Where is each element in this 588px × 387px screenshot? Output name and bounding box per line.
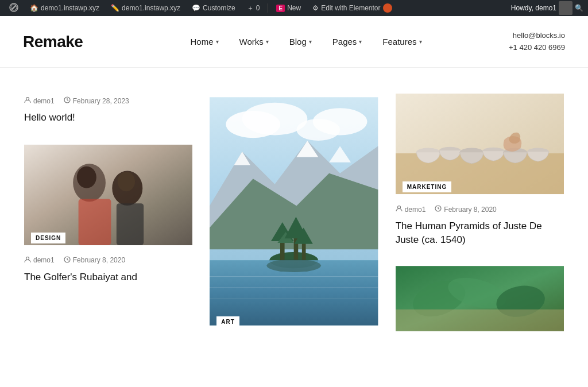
nav-item-blog[interactable]: Blog ▾	[281, 32, 320, 51]
admin-bar-seo[interactable]: ⚙ Edit with Elementor	[308, 0, 396, 16]
blog-card-4: MARKETING demo1 February 8, 2020	[396, 91, 564, 247]
chevron-down-icon: ▾	[359, 38, 362, 45]
user-icon-4	[396, 205, 403, 214]
svg-rect-8	[117, 203, 144, 245]
blog-column-1: demo1 February 28, 2023 Hello world!	[24, 91, 192, 335]
seo-icon: ⚙	[312, 4, 319, 12]
chevron-down-icon: ▾	[216, 38, 219, 45]
seo-badge	[383, 3, 392, 13]
admin-bar-new[interactable]: ＋ 0	[242, 0, 265, 16]
blog-card-2: DESIGN demo1 February 8, 2020	[24, 142, 192, 284]
search-icon[interactable]: 🔍	[575, 4, 583, 12]
avatar-placeholder	[559, 1, 572, 15]
blog-author-4: demo1	[396, 205, 426, 214]
blog-title-2[interactable]: The Golfer's Rubaiyat and	[24, 270, 192, 284]
green-image-svg	[396, 264, 564, 333]
site-logo[interactable]: Remake	[23, 33, 103, 51]
home-icon: 🏠	[30, 4, 38, 12]
blog-date-2: February 8, 2020	[64, 256, 125, 265]
elementor-icon: E	[276, 5, 285, 12]
clock-icon	[64, 96, 71, 105]
svg-point-44	[397, 206, 400, 209]
contact-info: hello@blocks.io +1 420 420 6969	[509, 30, 565, 54]
svg-point-17	[313, 108, 368, 135]
admin-bar-wp-logo[interactable]	[5, 0, 23, 16]
main-nav: Home ▾ Works ▾ Blog ▾ Pages ▾ Features ▾	[103, 32, 509, 51]
tag-marketing: MARKETING	[403, 181, 452, 192]
new-label: 0	[256, 4, 260, 12]
admin-bar-elementor[interactable]: E New	[272, 0, 305, 16]
svg-point-1	[26, 98, 29, 100]
blog-image-4[interactable]: MARKETING	[396, 91, 564, 199]
elementor-label: New	[287, 4, 301, 12]
blog-column-3: MARKETING demo1 February 8, 2020	[396, 91, 564, 335]
blog-meta-1: demo1 February 28, 2023	[24, 96, 192, 105]
blog-date-4: February 8, 2020	[435, 205, 496, 214]
clock-icon-4	[435, 205, 442, 214]
svg-rect-50	[396, 309, 564, 331]
nav-features-label: Features	[382, 37, 416, 47]
blog-title-4[interactable]: The Human Pyramids of Juste De Juste (ca…	[396, 219, 564, 247]
blog-image-5[interactable]	[396, 264, 564, 335]
nav-item-pages[interactable]: Pages ▾	[324, 32, 370, 51]
nav-works-label: Works	[239, 37, 264, 47]
date-label-1: February 28, 2023	[73, 97, 129, 105]
blog-grid: demo1 February 28, 2023 Hello world!	[24, 91, 564, 335]
admin-bar-customize[interactable]: ✏️ demo1.instawp.xyz	[106, 0, 185, 16]
date-label-4: February 8, 2020	[444, 206, 496, 214]
svg-point-11	[26, 257, 29, 260]
comments-count: Customize	[203, 4, 235, 12]
admin-bar-site-name[interactable]: 🏠 demo1.instawp.xyz	[25, 0, 104, 16]
blog-column-2: ART	[210, 91, 378, 335]
nav-item-features[interactable]: Features ▾	[374, 32, 430, 51]
author-name-2: demo1	[33, 256, 55, 264]
customize-label: demo1.instawp.xyz	[122, 4, 180, 12]
chevron-down-icon: ▾	[419, 38, 422, 45]
separator-1	[268, 3, 268, 13]
blog-image-2[interactable]: DESIGN	[24, 142, 192, 250]
svg-point-32	[267, 259, 322, 272]
admin-bar-right: Howdy, demo1 🔍	[511, 1, 583, 15]
author-name-1: demo1	[33, 97, 55, 105]
contact-email[interactable]: hello@blocks.io	[509, 30, 565, 42]
svg-rect-7	[79, 199, 111, 245]
blog-card-5	[396, 264, 564, 335]
nav-home-label: Home	[191, 37, 214, 47]
admin-bar-comments[interactable]: 💬 Customize	[187, 0, 240, 16]
svg-point-10	[118, 172, 135, 191]
comments-icon: 💬	[192, 4, 200, 12]
blog-author-1: demo1	[24, 96, 55, 105]
blog-date-1: February 28, 2023	[64, 96, 129, 105]
chevron-down-icon: ▾	[309, 38, 312, 45]
svg-point-9	[77, 167, 96, 188]
admin-bar: 🏠 demo1.instawp.xyz ✏️ demo1.instawp.xyz…	[0, 0, 588, 16]
user-icon-2	[24, 256, 31, 265]
wp-icon	[9, 3, 18, 14]
user-icon	[24, 96, 31, 105]
chevron-down-icon: ▾	[266, 38, 269, 45]
lake-image-svg	[210, 91, 378, 332]
blog-meta-2: demo1 February 8, 2020	[24, 256, 192, 265]
blog-card-3: ART	[210, 91, 378, 334]
nav-pages-label: Pages	[332, 37, 357, 47]
customize-icon: ✏️	[111, 4, 119, 12]
clock-icon-2	[64, 256, 71, 265]
blog-card-1: demo1 February 28, 2023 Hello world!	[24, 91, 192, 125]
tag-design: DESIGN	[31, 233, 65, 243]
blog-meta-4: demo1 February 8, 2020	[396, 205, 564, 214]
seo-label: Edit with Elementor	[321, 4, 380, 12]
blog-title-1[interactable]: Hello world!	[24, 111, 192, 125]
howdy-label: Howdy, demo1	[511, 4, 556, 12]
nav-item-home[interactable]: Home ▾	[183, 32, 227, 51]
new-icon: ＋	[247, 3, 254, 13]
tag-art: ART	[216, 316, 239, 327]
contact-phone: +1 420 420 6969	[509, 42, 565, 54]
author-name-4: demo1	[405, 206, 426, 214]
blog-image-3[interactable]: ART	[210, 91, 378, 334]
main-content: demo1 February 28, 2023 Hello world!	[13, 91, 575, 335]
date-label-2: February 8, 2020	[73, 256, 125, 264]
blog-author-2: demo1	[24, 256, 55, 265]
site-name-label: demo1.instawp.xyz	[41, 4, 99, 12]
nav-blog-label: Blog	[289, 37, 307, 47]
nav-item-works[interactable]: Works ▾	[231, 32, 277, 51]
